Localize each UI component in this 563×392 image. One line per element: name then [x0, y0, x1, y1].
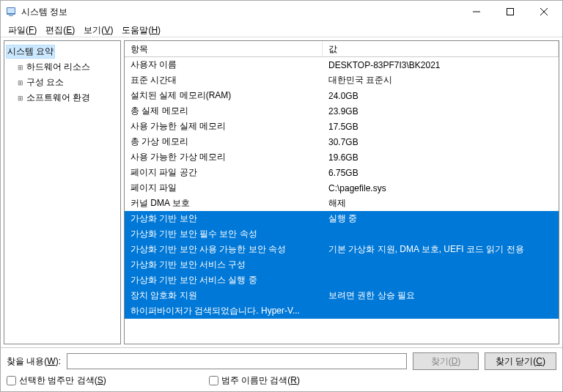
cell-item: 총 가상 메모리: [125, 136, 323, 148]
table-row[interactable]: 사용자 이름DESKTOP-83PF7I3\BK2021: [125, 57, 559, 73]
menu-file[interactable]: 파일(F): [4, 23, 41, 37]
cell-item: 표준 시간대: [125, 74, 323, 86]
search-row: 찾을 내용(W): 찾기(D) 찾기 닫기(C): [7, 352, 556, 370]
table-row[interactable]: 가상화 기반 보안 서비스 실행 중: [125, 273, 559, 288]
cell-item: 장치 암호화 지원: [125, 289, 323, 302]
system-info-window: 시스템 정보 파일(F) 편집(E) 보기(V) 도움말(H) 시스템 요약 ⊞…: [0, 0, 563, 392]
table-row[interactable]: 페이지 파일C:\pagefile.sys: [125, 180, 559, 196]
cell-item: 사용 가능한 실제 메모리: [125, 120, 323, 133]
cell-value: 해제: [323, 197, 559, 210]
cell-value: 19.6GB: [323, 152, 559, 163]
search-label: 찾을 내용(W):: [7, 355, 61, 368]
cell-item: 가상화 기반 보안 사용 가능한 보안 속성: [125, 243, 323, 256]
tree-components[interactable]: ⊞ 구성 요소: [6, 75, 119, 90]
expand-icon[interactable]: ⊞: [16, 78, 25, 87]
table-row[interactable]: 장치 암호화 지원보려면 권한 상승 필요: [125, 288, 559, 303]
checkbox-selected-only[interactable]: 선택한 범주만 검색(S): [7, 374, 106, 387]
table-row[interactable]: 가상화 기반 보안 필수 보안 속성: [125, 226, 559, 242]
window-title: 시스템 정보: [21, 6, 460, 18]
maximize-button[interactable]: [493, 1, 527, 23]
cell-item: 가상화 기반 보안 필수 보안 속성: [125, 228, 323, 240]
checkbox-category-name-only[interactable]: 범주 이름만 검색(R): [209, 374, 300, 387]
cell-value: 대한민국 표준시: [323, 74, 559, 86]
cell-value: 23.9GB: [323, 106, 559, 117]
cell-item: 가상화 기반 보안: [125, 212, 323, 225]
content-area: 시스템 요약 ⊞ 하드웨어 리소스 ⊞ 구성 요소 ⊞ 소프트웨어 환경 항목 …: [1, 37, 562, 347]
cell-value: 6.75GB: [323, 168, 559, 178]
table-row[interactable]: 총 실제 메모리23.9GB: [125, 103, 559, 119]
column-header-value[interactable]: 값: [323, 41, 559, 56]
search-options: 선택한 범주만 검색(S) 범주 이름만 검색(R): [7, 374, 556, 387]
table-row[interactable]: 총 가상 메모리30.7GB: [125, 134, 559, 149]
minimize-button[interactable]: [460, 1, 493, 23]
table-row[interactable]: 사용 가능한 실제 메모리17.5GB: [125, 119, 559, 134]
expand-icon[interactable]: ⊞: [16, 63, 25, 72]
tree-root[interactable]: 시스템 요약: [6, 44, 119, 59]
menu-view[interactable]: 보기(V): [79, 23, 117, 37]
table-row[interactable]: 페이지 파일 공간6.75GB: [125, 165, 559, 180]
svg-rect-2: [9, 15, 13, 16]
checkbox-category-name-only-input[interactable]: [209, 376, 218, 385]
checkbox-selected-only-input[interactable]: [7, 376, 16, 385]
cell-value: 24.0GB: [323, 91, 559, 101]
table-row[interactable]: 사용 가능한 가상 메모리19.6GB: [125, 149, 559, 165]
list-header: 항목 값: [125, 41, 559, 57]
tree-panel[interactable]: 시스템 요약 ⊞ 하드웨어 리소스 ⊞ 구성 요소 ⊞ 소프트웨어 환경: [4, 40, 121, 344]
table-row[interactable]: 가상화 기반 보안실행 중: [125, 211, 559, 226]
menu-edit[interactable]: 편집(E): [41, 23, 79, 37]
cell-item: 설치된 실제 메모리(RAM): [125, 89, 323, 102]
cell-item: 사용자 이름: [125, 59, 323, 71]
cell-value: C:\pagefile.sys: [323, 183, 559, 193]
svg-rect-4: [507, 9, 514, 15]
table-row[interactable]: 하이퍼바이저가 검색되었습니다. Hyper-V...: [125, 303, 559, 319]
menubar: 파일(F) 편집(E) 보기(V) 도움말(H): [1, 23, 562, 37]
window-controls: [460, 1, 561, 23]
find-button[interactable]: 찾기(D): [413, 352, 479, 370]
list-panel: 항목 값 사용자 이름DESKTOP-83PF7I3\BK2021표준 시간대대…: [124, 40, 559, 344]
cell-value: DESKTOP-83PF7I3\BK2021: [323, 60, 559, 70]
close-button[interactable]: [527, 1, 561, 23]
tree-software[interactable]: ⊞ 소프트웨어 환경: [6, 90, 119, 106]
table-row[interactable]: 커널 DMA 보호해제: [125, 196, 559, 211]
search-bar: 찾을 내용(W): 찾기(D) 찾기 닫기(C) 선택한 범주만 검색(S) 범…: [1, 347, 562, 391]
expand-icon[interactable]: ⊞: [16, 94, 25, 103]
cell-item: 가상화 기반 보안 서비스 구성: [125, 259, 323, 271]
table-row[interactable]: 설치된 실제 메모리(RAM)24.0GB: [125, 88, 559, 103]
column-header-item[interactable]: 항목: [125, 41, 323, 56]
cell-item: 커널 DMA 보호: [125, 197, 323, 210]
cell-item: 페이지 파일 공간: [125, 166, 323, 179]
cell-value: 실행 중: [323, 212, 559, 225]
cell-item: 총 실제 메모리: [125, 105, 323, 117]
table-row[interactable]: 가상화 기반 보안 사용 가능한 보안 속성기본 가상화 지원, DMA 보호,…: [125, 242, 559, 257]
cell-item: 하이퍼바이저가 검색되었습니다. Hyper-V...: [125, 305, 323, 317]
svg-rect-1: [7, 8, 15, 13]
search-input[interactable]: [67, 353, 407, 369]
cell-item: 사용 가능한 가상 메모리: [125, 151, 323, 163]
cell-value: 30.7GB: [323, 137, 559, 147]
close-find-button[interactable]: 찾기 닫기(C): [485, 352, 556, 370]
list-body[interactable]: 사용자 이름DESKTOP-83PF7I3\BK2021표준 시간대대한민국 표…: [125, 57, 559, 344]
table-row[interactable]: 표준 시간대대한민국 표준시: [125, 73, 559, 88]
cell-value: 기본 가상화 지원, DMA 보호, UEFI 코드 읽기 전용: [323, 243, 559, 256]
cell-item: 가상화 기반 보안 서비스 실행 중: [125, 274, 323, 286]
cell-value: 보려면 권한 상승 필요: [323, 289, 559, 302]
titlebar: 시스템 정보: [1, 1, 562, 23]
cell-item: 페이지 파일: [125, 182, 323, 194]
cell-value: 17.5GB: [323, 122, 559, 132]
app-icon: [5, 6, 17, 18]
table-row[interactable]: 가상화 기반 보안 서비스 구성: [125, 257, 559, 273]
tree-hardware[interactable]: ⊞ 하드웨어 리소스: [6, 59, 119, 75]
menu-help[interactable]: 도움말(H): [117, 23, 165, 37]
